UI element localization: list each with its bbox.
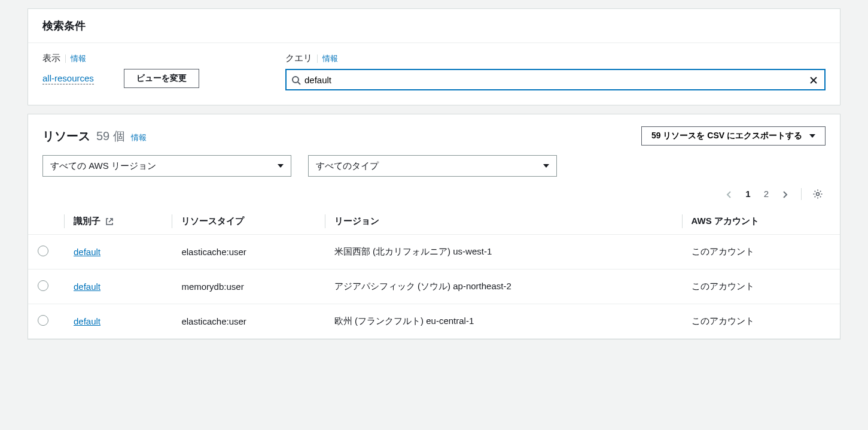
view-link[interactable]: all-resources bbox=[42, 73, 94, 84]
settings-button[interactable] bbox=[810, 186, 826, 201]
export-csv-label: 59 リソースを CSV にエクスポートする bbox=[651, 131, 802, 141]
chevron-down-icon bbox=[809, 134, 815, 138]
table-row: default elasticache:user 欧州 (フランクフルト) eu… bbox=[28, 304, 840, 339]
resource-type-cell: elasticache:user bbox=[172, 304, 324, 339]
resources-title: リソース bbox=[42, 128, 90, 144]
resource-id-link[interactable]: default bbox=[74, 281, 100, 292]
view-label: 表示 bbox=[42, 53, 60, 64]
search-criteria-title: 検索条件 bbox=[42, 19, 826, 33]
row-select-radio[interactable] bbox=[38, 246, 48, 256]
resource-type-cell: memorydb:user bbox=[172, 269, 324, 304]
type-filter-select[interactable]: すべてのタイプ bbox=[308, 155, 557, 177]
page-1-button[interactable]: 1 bbox=[741, 185, 755, 202]
resources-tbody: default elasticache:user 米国西部 (北カリフォルニア)… bbox=[28, 235, 840, 339]
account-column-header[interactable]: AWS アカウント bbox=[682, 208, 840, 235]
resource-account-cell: このアカウント bbox=[682, 304, 840, 339]
view-info-link[interactable]: 情報 bbox=[71, 53, 86, 64]
query-input[interactable] bbox=[304, 70, 808, 89]
row-select-radio[interactable] bbox=[38, 315, 48, 326]
resource-type-cell: elasticache:user bbox=[172, 235, 324, 269]
search-criteria-panel: 検索条件 表示 情報 all-resources ビューを変更 クエリ 情報 bbox=[28, 8, 840, 105]
svg-point-4 bbox=[817, 192, 820, 195]
row-select-radio[interactable] bbox=[38, 280, 48, 291]
chevron-down-icon bbox=[278, 164, 284, 168]
query-info-link[interactable]: 情報 bbox=[322, 53, 338, 64]
prev-page-button[interactable] bbox=[721, 186, 737, 201]
svg-point-0 bbox=[293, 77, 299, 83]
resources-info-link[interactable]: 情報 bbox=[131, 132, 147, 143]
resource-region-cell: 欧州 (フランクフルト) eu-central-1 bbox=[325, 304, 682, 339]
id-column-header[interactable]: 識別子 bbox=[64, 208, 172, 235]
search-criteria-header: 検索条件 bbox=[28, 9, 840, 43]
query-input-wrap[interactable] bbox=[285, 69, 826, 90]
resource-account-cell: このアカウント bbox=[682, 235, 840, 269]
chevron-down-icon bbox=[543, 164, 549, 168]
resources-panel: リソース 59 個 情報 59 リソースを CSV にエクスポートする すべての… bbox=[28, 114, 840, 340]
resource-account-cell: このアカウント bbox=[682, 269, 840, 304]
resource-id-link[interactable]: default bbox=[74, 247, 100, 257]
table-row: default memorydb:user アジアパシフィック (ソウル) ap… bbox=[28, 269, 840, 304]
divider bbox=[65, 54, 66, 63]
search-criteria-body: 表示 情報 all-resources ビューを変更 クエリ 情報 bbox=[28, 43, 840, 105]
resource-region-cell: 米国西部 (北カリフォルニア) us-west-1 bbox=[325, 235, 682, 269]
query-label: クエリ bbox=[285, 53, 312, 64]
divider bbox=[317, 54, 318, 63]
divider bbox=[801, 188, 802, 200]
select-column-header bbox=[28, 208, 64, 235]
change-view-button[interactable]: ビューを変更 bbox=[124, 69, 199, 88]
pagination: 1 2 bbox=[28, 179, 840, 208]
resources-count: 59 個 bbox=[96, 128, 125, 144]
type-column-header[interactable]: リソースタイプ bbox=[172, 208, 324, 235]
page-2-button[interactable]: 2 bbox=[759, 185, 773, 202]
type-filter-label: すべてのタイプ bbox=[316, 161, 379, 172]
table-row: default elasticache:user 米国西部 (北カリフォルニア)… bbox=[28, 235, 840, 269]
resource-id-link[interactable]: default bbox=[74, 316, 100, 326]
external-link-icon bbox=[105, 216, 114, 226]
region-column-header[interactable]: リージョン bbox=[325, 208, 682, 235]
next-page-button[interactable] bbox=[777, 186, 793, 201]
export-csv-button[interactable]: 59 リソースを CSV にエクスポートする bbox=[641, 126, 826, 146]
clear-query-button[interactable] bbox=[808, 74, 820, 86]
svg-line-1 bbox=[298, 82, 300, 84]
region-filter-select[interactable]: すべての AWS リージョン bbox=[42, 155, 291, 177]
resource-region-cell: アジアパシフィック (ソウル) ap-northeast-2 bbox=[325, 269, 682, 304]
region-filter-label: すべての AWS リージョン bbox=[50, 161, 156, 172]
resources-table: 識別子 リソースタイプ リージョン AWS アカウント default elas… bbox=[28, 208, 840, 339]
search-icon bbox=[291, 74, 301, 84]
